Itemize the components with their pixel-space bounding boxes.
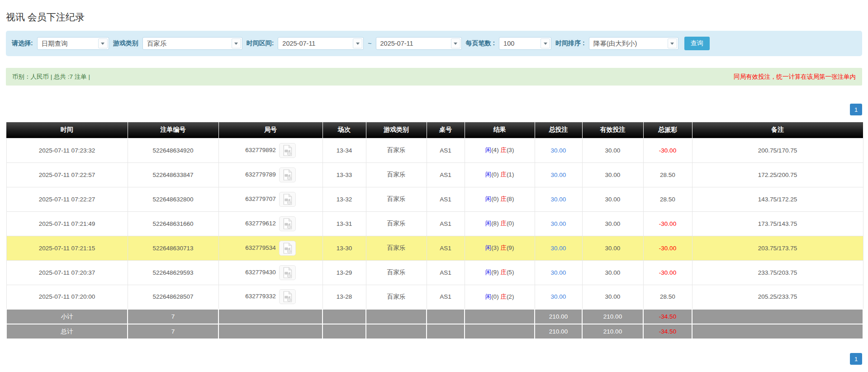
game-type-dropdown-button[interactable]	[232, 38, 241, 48]
video-replay-button[interactable]	[279, 241, 296, 256]
cell-table-no: AS1	[427, 285, 465, 309]
round-id-text: 632779707	[245, 196, 276, 202]
cell-session: 13-29	[323, 260, 366, 285]
date-from-value: 2025-07-11	[278, 40, 352, 47]
date-to-select[interactable]: 2025-07-11	[376, 37, 462, 50]
round-id-text: 632779892	[245, 147, 276, 153]
cell-payout: 28.50	[643, 187, 692, 211]
cell-time: 2025-07-11 07:22:27	[6, 187, 128, 211]
page-size-value: 100	[499, 40, 540, 47]
table-row: 2025-07-11 07:22:57522648633847632779789…	[6, 162, 863, 187]
cell-bet-id: 522648631660	[128, 211, 218, 236]
cell-session: 13-30	[323, 236, 366, 260]
query-mode-select[interactable]: 日期查询	[37, 37, 109, 50]
cell-result: 闲(9) 庄(5)	[465, 260, 535, 285]
cell-payout: -30.00	[643, 138, 692, 162]
video-replay-button[interactable]	[279, 192, 296, 207]
search-button[interactable]: 查询	[684, 37, 710, 50]
page-1-button[interactable]: 1	[850, 104, 862, 115]
footer-count: 7	[128, 324, 218, 339]
cell-time: 2025-07-11 07:20:00	[6, 285, 128, 309]
cell-remark: 200.75/170.75	[692, 138, 863, 162]
cell-table-no: AS1	[427, 187, 465, 211]
result-player-points: (0)	[491, 196, 500, 202]
total-bet-link[interactable]: 30.00	[551, 269, 566, 276]
cell-session: 13-34	[323, 138, 366, 162]
cell-payout: 28.50	[643, 162, 692, 187]
footer-payout: -34.50	[643, 324, 692, 339]
video-replay-button[interactable]	[279, 167, 296, 182]
video-replay-button[interactable]	[279, 289, 296, 304]
footer-valid-bet: 210.00	[582, 309, 643, 324]
cell-round-id: 632779332	[218, 285, 323, 309]
cell-time: 2025-07-11 07:23:32	[6, 138, 128, 162]
total-bet-link[interactable]: 30.00	[551, 220, 566, 227]
footer-label: 总计	[6, 324, 128, 339]
footer-empty-remark	[692, 324, 863, 339]
footer-empty-game-type	[366, 309, 427, 324]
column-header-2: 局号	[218, 122, 323, 138]
result-banker-label: 庄	[500, 269, 507, 276]
date-to-dropdown-button[interactable]	[451, 38, 460, 48]
video-replay-button[interactable]	[279, 216, 296, 231]
footer-empty-session	[323, 324, 366, 339]
page-1-button[interactable]: 1	[850, 353, 862, 365]
cell-bet-id: 522648628507	[128, 285, 218, 309]
cell-table-no: AS1	[427, 138, 465, 162]
cell-bet-id: 522648633847	[128, 162, 218, 187]
cell-game-type: 百家乐	[366, 285, 427, 309]
time-sort-select[interactable]: 降幂(由大到小)	[589, 37, 678, 50]
footer-empty-round-id	[218, 324, 323, 339]
cell-game-type: 百家乐	[366, 236, 427, 260]
cell-round-id: 632779612	[218, 211, 323, 236]
page-size-dropdown-button[interactable]	[541, 38, 550, 48]
total-bet-link[interactable]: 30.00	[551, 172, 566, 178]
cell-round-id: 632779430	[218, 260, 323, 285]
result-player-points: (8)	[491, 220, 500, 227]
total-bet-link[interactable]: 30.00	[551, 293, 566, 300]
footer-empty-result	[465, 309, 535, 324]
total-bet-link[interactable]: 30.00	[551, 147, 566, 154]
table-row: 2025-07-11 07:23:32522648634920632779892…	[6, 138, 863, 162]
footer-payout: -34.50	[643, 309, 692, 324]
cell-valid-bet: 30.00	[582, 260, 643, 285]
chevron-down-icon	[544, 43, 547, 45]
video-replay-icon	[282, 243, 293, 254]
date-from-dropdown-button[interactable]	[353, 38, 362, 48]
total-bet-link[interactable]: 30.00	[551, 196, 566, 203]
chevron-down-icon	[670, 43, 674, 45]
game-type-select[interactable]: 百家乐	[142, 37, 242, 50]
cell-bet-id: 522648634920	[128, 138, 218, 162]
cell-table-no: AS1	[427, 162, 465, 187]
cell-bet-id: 522648632800	[128, 187, 218, 211]
video-replay-icon	[282, 194, 293, 205]
date-from-select[interactable]: 2025-07-11	[278, 37, 364, 50]
video-replay-button[interactable]	[279, 265, 296, 280]
total-bet-link[interactable]: 30.00	[551, 245, 566, 252]
result-player-label: 闲	[485, 269, 492, 276]
pagination-bottom: 1	[6, 353, 862, 365]
cell-total-bet: 30.00	[535, 211, 582, 236]
cell-valid-bet: 30.00	[582, 162, 643, 187]
cell-bet-id: 522648630713	[128, 236, 218, 260]
summary-bar: 币别：人民币 | 总共 :7 注单 | 同局有效投注，统一计算在该局第一张注单内	[6, 68, 862, 86]
time-sort-dropdown-button[interactable]	[668, 38, 677, 48]
table-header: 时间注单编号局号场次游戏类别桌号结果总投注有效投注总派彩备注	[6, 122, 863, 138]
cell-session: 13-31	[323, 211, 366, 236]
table-row: 2025-07-11 07:20:37522648629593632779430…	[6, 260, 863, 285]
cell-result: 闲(0) 庄(2)	[465, 285, 535, 309]
cell-result: 闲(4) 庄(3)	[465, 138, 535, 162]
cell-valid-bet: 30.00	[582, 236, 643, 260]
video-replay-button[interactable]	[279, 143, 296, 158]
column-header-10: 备注	[692, 122, 863, 138]
cell-result: 闲(8) 庄(0)	[465, 211, 535, 236]
page-size-select[interactable]: 100	[499, 37, 551, 50]
result-banker-label: 庄	[500, 196, 507, 202]
result-banker-points: (0)	[507, 220, 514, 227]
result-banker-label: 庄	[500, 171, 507, 178]
query-mode-dropdown-button[interactable]	[98, 38, 108, 48]
chevron-down-icon	[356, 43, 360, 45]
cell-time: 2025-07-11 07:22:57	[6, 162, 128, 187]
footer-empty-round-id	[218, 309, 323, 324]
bet-records-table: 时间注单编号局号场次游戏类别桌号结果总投注有效投注总派彩备注 2025-07-1…	[6, 122, 863, 339]
